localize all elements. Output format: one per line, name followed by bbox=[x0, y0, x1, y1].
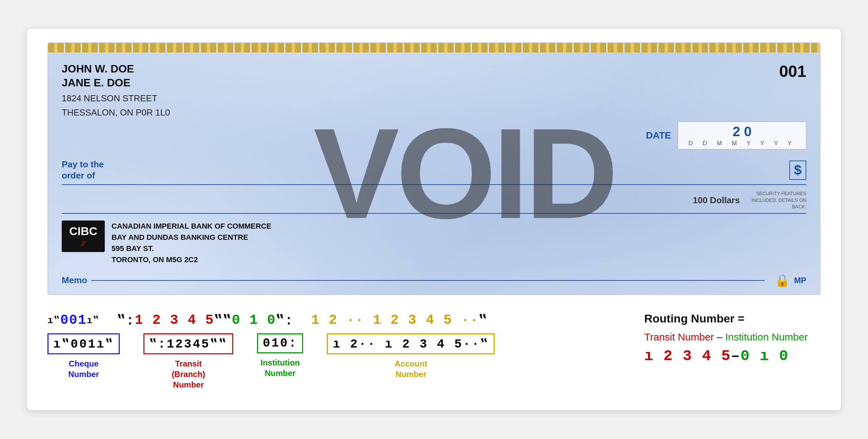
transit-number-label: Transit(Branch)Number bbox=[172, 358, 205, 390]
date-box: 2 0 D D M M Y Y Y Y bbox=[678, 122, 806, 149]
routing-example-dash: – bbox=[731, 348, 741, 364]
routing-formula-transit: Transit Number bbox=[644, 331, 714, 342]
micr-cheque-num-full: 001 bbox=[60, 313, 87, 328]
address-line2: THESSALON, ON P0R 1L0 bbox=[62, 106, 170, 119]
micr-transit-full: 1 2 3 4 5 bbox=[135, 313, 214, 328]
micr-transit-post: ‟‟ bbox=[210, 337, 228, 351]
micr-account-group: ı 2·· ı 2 3 4 5··‟ AccountNumber bbox=[327, 333, 495, 379]
amount-words-row: 100 Dollars SECURITY FEATURES INCLUDED. … bbox=[62, 190, 806, 214]
micr-cheque-bars-post: ı‟ bbox=[97, 337, 114, 351]
account-holder-block: JOHN W. DOE JANE E. DOE 1824 NELSON STRE… bbox=[62, 62, 170, 119]
cheque-top-row: JOHN W. DOE JANE E. DOE 1824 NELSON STRE… bbox=[62, 62, 806, 119]
micr-trail: ‟ bbox=[479, 312, 488, 329]
micr-inst-post: : bbox=[289, 336, 298, 350]
bank-name: CANADIAN IMPERIAL BANK OF COMMERCE bbox=[112, 221, 271, 232]
cibc-text: CIBC bbox=[69, 225, 97, 237]
routing-formula-dash: – bbox=[717, 331, 725, 342]
cheque-number-label: ChequeNumber bbox=[68, 358, 99, 379]
lock-icon: 🔒 bbox=[775, 273, 790, 288]
micr-transit-box: ‟:12345‟‟ bbox=[143, 333, 233, 354]
micr-institution-group: 010: InstitutionNumber bbox=[257, 333, 303, 378]
holder-line1: JOHN W. DOE bbox=[62, 62, 170, 76]
micr-section: ı‟001ı‟ ‟: 1 2 3 4 5 ‟‟ 0 1 0 ‟: 1 2 ·· … bbox=[47, 312, 624, 390]
institution-number-label: InstitutionNumber bbox=[260, 357, 300, 378]
micr-transit-group: ‟:12345‟‟ Transit(Branch)Number bbox=[143, 333, 233, 390]
address-line1: 1824 NELSON STREET bbox=[62, 92, 170, 104]
dollar-box: $ bbox=[789, 161, 806, 180]
bank-details: CANADIAN IMPERIAL BANK OF COMMERCE BAY A… bbox=[112, 221, 271, 265]
micr-sep3: ‟: bbox=[276, 312, 294, 329]
micr-sep2: ‟‟ bbox=[214, 312, 232, 329]
micr-transit-num: 12345 bbox=[167, 337, 210, 351]
routing-title: Routing Number = bbox=[644, 312, 821, 325]
memo-label: Memo bbox=[62, 275, 87, 286]
date-label: DATE bbox=[646, 130, 671, 141]
bank-address1: 595 BAY ST. bbox=[112, 243, 271, 254]
security-features: SECURITY FEATURES INCLUDED. DETAILS ON B… bbox=[745, 190, 806, 210]
micr-acct-full: 1 2 ·· 1 2 3 4 5 ·· bbox=[311, 313, 479, 328]
date-row: DATE 2 0 D D M M Y Y Y Y bbox=[62, 122, 806, 149]
bank-branch: BAY AND DUNDAS BANKING CENTRE bbox=[112, 232, 271, 243]
bank-address2: TORONTO, ON M5G 2C2 bbox=[112, 254, 271, 265]
micr-gap1 bbox=[99, 313, 117, 328]
micr-inst-full: 0 1 0 bbox=[232, 313, 276, 328]
micr-suffix-bars: ı‟ bbox=[87, 314, 100, 326]
date-year: 2 0 bbox=[688, 124, 796, 139]
pay-label: Pay to theorder of bbox=[62, 159, 123, 182]
micr-gap2 bbox=[294, 313, 311, 328]
pay-section: Pay to theorder of $ bbox=[62, 159, 806, 185]
page-container: VOID JOHN W. DOE JANE E. DOE 1824 NELSON… bbox=[27, 29, 841, 411]
micr-inst-num: 010 bbox=[263, 336, 289, 350]
cheque-top-stripe bbox=[48, 43, 820, 53]
micr-cheque-bars-pre: ı‟ bbox=[53, 337, 71, 351]
micr-cheque-box: ı‟001ı‟ bbox=[47, 333, 120, 354]
micr-account-box: ı 2·· ı 2 3 4 5··‟ bbox=[327, 333, 495, 354]
micr-acct-pre: ı 2·· ı 2 3 4 5·· bbox=[333, 337, 480, 351]
memo-row: Memo 🔒 MP bbox=[62, 273, 806, 288]
routing-example-transit: ı 2 3 4 5 bbox=[644, 348, 731, 364]
memo-line bbox=[91, 280, 765, 281]
cheque: VOID JOHN W. DOE JANE E. DOE 1824 NELSON… bbox=[47, 42, 821, 295]
routing-example-institution: 0 ı 0 bbox=[741, 348, 789, 364]
micr-cheque-num: 001 bbox=[71, 337, 97, 351]
cheque-body: VOID JOHN W. DOE JANE E. DOE 1824 NELSON… bbox=[48, 53, 820, 294]
micr-colon1: ‟: bbox=[117, 312, 135, 329]
hundred-dollars: 100 Dollars bbox=[693, 195, 740, 206]
cibc-logo: CIBC ∕∕ bbox=[62, 221, 105, 252]
micr-transit-pre: ‟: bbox=[149, 337, 166, 351]
cheque-number: 001 bbox=[779, 62, 806, 81]
micr-cheque-group: ı‟001ı‟ ChequeNumber bbox=[47, 333, 120, 379]
routing-section: Routing Number = Transit Number – Instit… bbox=[644, 312, 821, 364]
micr-prefix-bars: ı‟ bbox=[47, 314, 60, 326]
routing-example: ı 2 3 4 5 – 0 ı 0 bbox=[644, 348, 821, 364]
date-format: D D M M Y Y Y Y bbox=[688, 140, 796, 147]
routing-formula: Transit Number – Institution Number bbox=[644, 331, 821, 343]
bottom-section: ı‟001ı‟ ‟: 1 2 3 4 5 ‟‟ 0 1 0 ‟: 1 2 ·· … bbox=[47, 312, 821, 390]
mp-label: MP bbox=[794, 276, 806, 285]
micr-groups-row: ı‟001ı‟ ChequeNumber ‟:12345‟‟ Transit(B… bbox=[47, 333, 505, 390]
dollar-sign: $ bbox=[789, 161, 806, 180]
cibc-swoosh: ∕∕ bbox=[69, 239, 97, 248]
account-number-label: AccountNumber bbox=[395, 358, 427, 379]
micr-full-row: ı‟001ı‟ ‟: 1 2 3 4 5 ‟‟ 0 1 0 ‟: 1 2 ·· … bbox=[47, 312, 488, 329]
holder-line2: JANE E. DOE bbox=[62, 76, 170, 90]
cibc-logo-block: CIBC ∕∕ bbox=[62, 221, 112, 252]
micr-institution-box: 010: bbox=[257, 333, 303, 353]
bank-section: CIBC ∕∕ CANADIAN IMPERIAL BANK OF COMMER… bbox=[62, 221, 806, 265]
micr-acct-post: ‟ bbox=[480, 337, 489, 351]
routing-formula-institution: Institution Number bbox=[725, 331, 808, 342]
mp-area: 🔒 MP bbox=[775, 273, 806, 288]
